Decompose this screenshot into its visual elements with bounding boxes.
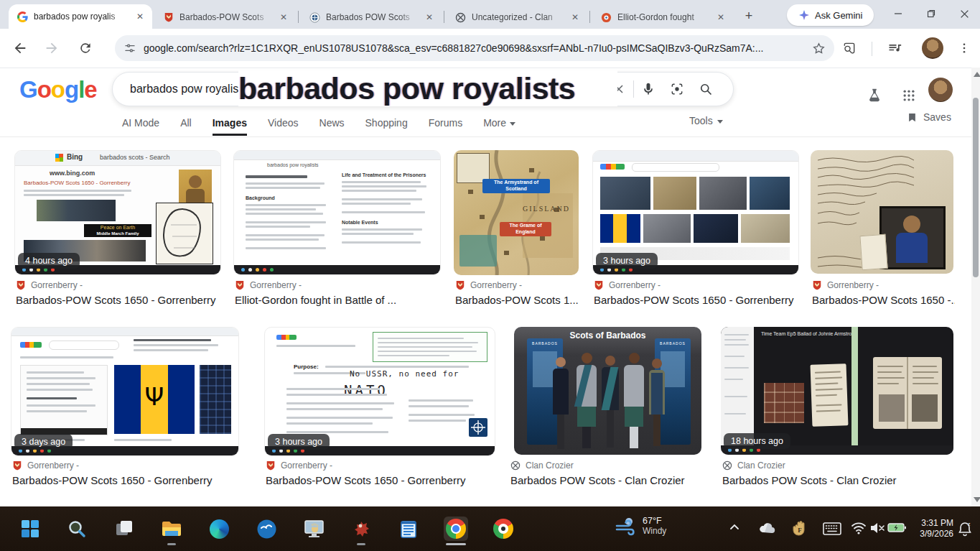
nav-ai-mode[interactable]: AI Mode <box>122 117 159 136</box>
search-submit-icon[interactable] <box>691 75 720 103</box>
nav-tools[interactable]: Tools <box>689 115 723 126</box>
text-line <box>20 356 113 358</box>
url-text[interactable]: google.com/search?rlz=1C1RXQR_enUS1078US… <box>144 42 805 54</box>
notification-bell-icon[interactable]: z <box>958 521 972 537</box>
result-title[interactable]: Barbados-POW Scots 1650 -... <box>812 294 955 306</box>
nav-videos[interactable]: Videos <box>268 117 299 136</box>
nav-all[interactable]: All <box>180 117 192 136</box>
voice-search-icon[interactable] <box>634 75 663 103</box>
tab-close-icon[interactable]: ✕ <box>714 11 727 24</box>
apps-grid-icon[interactable] <box>895 81 923 110</box>
image-result[interactable]: barbados pow royalists Life and Treatmen… <box>233 150 441 275</box>
tab-close-icon[interactable]: ✕ <box>423 11 436 24</box>
result-title[interactable]: Barbados-POW Scots 1650 - Gorrenberry <box>266 474 495 486</box>
close-window-button[interactable] <box>948 0 980 27</box>
tab-uncategorized-clan[interactable]: Uncategorized - Clan ✕ <box>447 6 587 29</box>
remote-viewer-button[interactable] <box>302 517 326 541</box>
forward-button[interactable] <box>40 37 63 60</box>
tab-crozier-pow[interactable]: Barbados POW Scots ✕ <box>301 6 442 29</box>
image-result[interactable]: Purpose: No USSR, no need for NATO 3 hou… <box>264 327 495 456</box>
reload-button[interactable] <box>74 37 97 60</box>
text-line <box>342 198 422 200</box>
result-source[interactable]: Gorrenberry - <box>16 280 221 290</box>
image-result[interactable]: Time Team Ep5 Ballad of Johnie Armstrong… <box>721 327 953 455</box>
tab-gorrenberry-pow[interactable]: Barbados-POW Scots ✕ <box>155 6 296 29</box>
site-settings-icon[interactable] <box>123 42 136 55</box>
result-title[interactable]: Barbados-POW Scots 1650 - Gorrenberry <box>16 294 221 306</box>
onedrive-icon[interactable] <box>758 521 775 534</box>
chrome-button[interactable] <box>444 517 468 541</box>
restore-button[interactable] <box>915 0 947 27</box>
saves-button[interactable]: Saves <box>907 111 951 123</box>
scrollbar-thumb[interactable] <box>973 98 979 277</box>
image-result[interactable]: 3 hours ago <box>592 150 799 275</box>
image-result[interactable]: Bing barbados scots - Search www.bing.co… <box>14 150 221 275</box>
address-bar[interactable]: google.com/search?rlz=1C1RXQR_enUS1078US… <box>115 35 834 61</box>
tab-google-search[interactable]: barbados pow royalis ✕ <box>9 4 152 29</box>
ask-gemini-button[interactable]: Ask Gemini <box>787 4 874 26</box>
result-source[interactable]: Clan Crozier <box>510 460 698 471</box>
chevron-down-icon <box>510 122 515 126</box>
touch-keyboard-icon[interactable] <box>823 522 841 535</box>
result-source[interactable]: Gorrenberry - <box>812 280 955 290</box>
volume-muted-icon[interactable] <box>869 522 885 534</box>
image-result[interactable]: The Armystrand of Scotland GILSLAND The … <box>454 150 579 275</box>
new-tab-button[interactable]: + <box>739 7 758 26</box>
bing-logo-text: Bing <box>67 153 83 161</box>
file-explorer-button[interactable] <box>159 517 184 541</box>
result-title[interactable]: Elliot-Gordon fought in Battle of ... <box>235 294 441 306</box>
kebab-menu-icon[interactable] <box>953 37 976 60</box>
result-source[interactable]: Clan Crozier <box>722 460 955 471</box>
result-title[interactable]: Barbados POW Scots - Clan Crozier <box>722 474 955 486</box>
result-title[interactable]: Barbados-POW Scots 1650 - Gorrenberry <box>594 294 799 306</box>
wifi-icon[interactable] <box>851 522 867 534</box>
scrollbar-up-arrow[interactable] <box>974 72 980 77</box>
tab-close-icon[interactable]: ✕ <box>134 10 146 23</box>
result-source[interactable]: Gorrenberry - <box>266 460 495 471</box>
nav-images[interactable]: Images <box>213 117 247 136</box>
image-result[interactable]: Scots of Barbados BARBADOS BARBADOS <box>514 327 701 455</box>
image-result[interactable] <box>811 150 953 274</box>
weather-widget[interactable]: 67°F Windy <box>615 515 666 537</box>
labs-flask-icon[interactable] <box>860 81 889 110</box>
minimize-button[interactable] <box>882 0 914 27</box>
result-source[interactable]: Gorrenberry - <box>594 280 799 290</box>
result-source[interactable]: Gorrenberry - <box>235 280 441 290</box>
nav-news[interactable]: News <box>319 117 345 136</box>
result-source[interactable]: Gorrenberry - <box>12 460 239 471</box>
hand-f-app-icon[interactable]: F <box>791 519 808 537</box>
battery-icon[interactable] <box>887 522 906 533</box>
tab-close-icon[interactable]: ✕ <box>569 11 582 24</box>
scrollbar-down-arrow[interactable] <box>974 497 980 502</box>
edge-button[interactable] <box>207 517 231 541</box>
google-logo[interactable]: Google <box>19 76 97 103</box>
search-tabs-icon[interactable] <box>838 37 861 60</box>
openoffice-button[interactable] <box>254 517 279 541</box>
chrome-profile-button[interactable] <box>491 517 515 541</box>
source-label: Gorrenberry - <box>281 460 332 471</box>
nav-more[interactable]: More <box>483 117 515 136</box>
result-source[interactable]: Gorrenberry - <box>455 280 580 290</box>
start-button[interactable] <box>18 517 42 541</box>
nav-shopping[interactable]: Shopping <box>365 117 408 136</box>
image-result[interactable]: Ψ 3 days ago <box>11 327 239 456</box>
red-app-button[interactable] <box>349 517 373 541</box>
nav-forums[interactable]: Forums <box>429 117 462 136</box>
result-title[interactable]: Barbados-POW Scots 1650 - Gorrenberry <box>12 474 239 486</box>
tab-close-icon[interactable]: ✕ <box>277 11 290 24</box>
google-account-avatar[interactable] <box>928 78 953 102</box>
tab-elliot-gordon[interactable]: Elliot-Gordon fought ✕ <box>592 6 733 29</box>
bookmark-star-icon[interactable] <box>812 42 826 55</box>
media-queue-icon[interactable] <box>883 37 906 60</box>
profile-avatar[interactable] <box>922 37 943 59</box>
clock[interactable]: 3:31 PM 3/9/2026 <box>913 518 953 540</box>
weather-condition: Windy <box>643 526 666 536</box>
tray-chevron-icon[interactable] <box>728 521 741 534</box>
back-button[interactable] <box>9 37 32 60</box>
lens-search-icon[interactable] <box>663 75 691 103</box>
result-title[interactable]: Barbados POW Scots - Clan Crozier <box>510 474 698 486</box>
task-view-button[interactable] <box>112 517 136 541</box>
result-title[interactable]: Barbados-POW Scots 1... <box>455 294 580 306</box>
taskbar-search-button[interactable] <box>65 517 89 541</box>
notepad-button[interactable] <box>396 517 421 541</box>
